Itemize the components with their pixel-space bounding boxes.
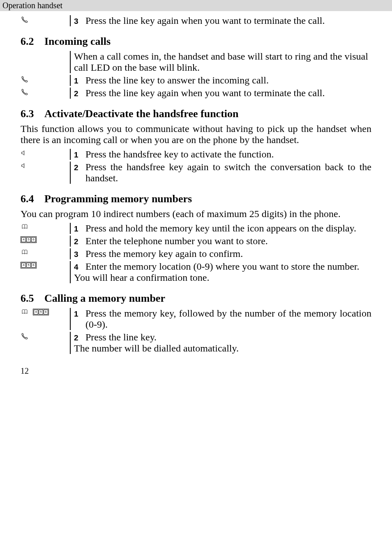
keypad-icon: 456 [33, 309, 49, 315]
step-text: Press the handsfree key to activate the … [85, 149, 371, 160]
keypad-icon: 456 [21, 262, 37, 268]
speaker-icon [21, 162, 27, 169]
step-text: Press the line key again when you want t… [85, 88, 371, 99]
phone-icon [21, 88, 28, 96]
outro-text: You will hear a confirmation tone. [74, 272, 371, 283]
step-number: 3 [74, 248, 85, 259]
intro-text: You can program 10 indirect numbers (eac… [21, 208, 371, 220]
step-number: 3 [74, 15, 85, 26]
step-number: 1 [74, 308, 85, 319]
step-number: 1 [74, 223, 85, 234]
step-number: 1 [74, 149, 85, 160]
book-icon [21, 309, 29, 315]
step-number: 1 [74, 75, 85, 86]
step-number: 2 [74, 88, 85, 98]
step-text: Press the handsfree key again to switch … [85, 162, 371, 184]
step-number: 2 [74, 332, 85, 342]
line-key-icon-col [21, 15, 70, 23]
phone-icon [21, 76, 28, 83]
step-text: Press and hold the memory key until the … [85, 223, 371, 234]
book-icon [21, 224, 29, 230]
section-heading-6-2: 6.2Incoming calls [21, 35, 371, 48]
header-text: Operation handset [2, 1, 62, 10]
book-icon [21, 249, 29, 256]
outro-text: The number will be dialled automatically… [74, 343, 371, 354]
page-number: 12 [21, 366, 371, 376]
section-heading-6-5: 6.5Calling a memory number [21, 292, 371, 305]
header-bar: Operation handset [0, 0, 392, 11]
step-number: 2 [74, 162, 85, 172]
speaker-icon [21, 150, 27, 156]
step-number: 4 [74, 261, 85, 272]
step-text: Press the memory key again to confirm. [85, 248, 371, 259]
step-text: Enter the memory location (0-9) where yo… [85, 261, 371, 272]
step-number: 2 [74, 236, 85, 246]
step-text: Enter the telephone number you want to s… [85, 236, 371, 247]
section-heading-6-4: 6.4Programming memory numbers [21, 193, 371, 205]
step-text: Press the memory key, followed by the nu… [85, 308, 371, 330]
section-heading-6-3: 6.3Activate/Deactivate the handsfree fun… [21, 108, 371, 120]
step-text: Press the line key to answer the incomin… [85, 75, 371, 86]
intro-text: This function allows you to communicate … [21, 123, 371, 146]
phone-icon [21, 333, 28, 340]
phone-icon [21, 16, 28, 23]
keypad-icon: 456 [21, 236, 37, 243]
intro-text: When a call comes in, the handset and ba… [74, 51, 371, 73]
step-text: Press the line key. [85, 332, 371, 343]
step-text: Press the line key again when you want t… [85, 15, 371, 26]
